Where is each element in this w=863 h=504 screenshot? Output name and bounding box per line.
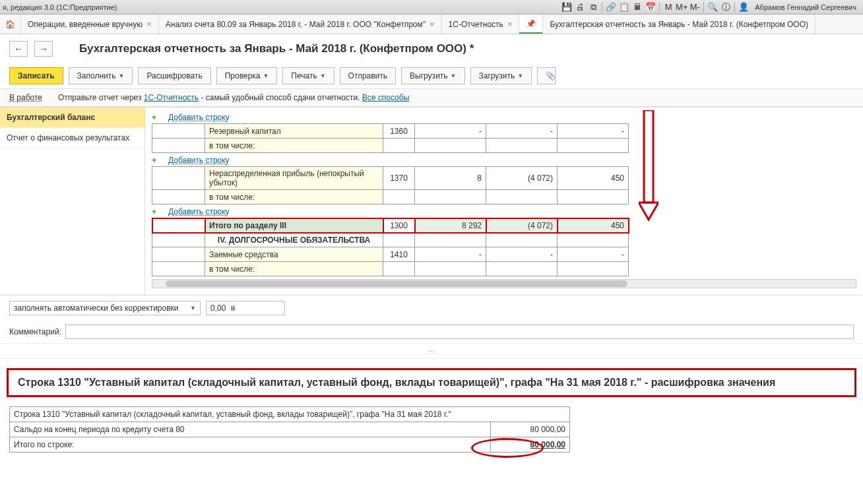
link-icon[interactable]: 🔗	[605, 1, 617, 13]
titlebar: я, редакция 3.0 (1С:Предприятие) 💾 🖨 ⧉ 🔗…	[0, 0, 863, 15]
separator: ···	[0, 343, 863, 359]
grid-profit: Нераспределенная прибыль (непокрытый убы…	[152, 166, 629, 205]
save-icon[interactable]: 💾	[561, 1, 573, 13]
add-row-link[interactable]: Добавить строку	[168, 113, 230, 122]
tab-1c-report[interactable]: 1С-Отчетность×	[442, 15, 520, 34]
tab-pin[interactable]: 📌	[519, 15, 543, 34]
close-icon[interactable]: ×	[146, 19, 152, 29]
m-button[interactable]: M	[662, 1, 674, 13]
grid-reserve: Резервный капитал1360--- в том числе:	[152, 123, 629, 153]
table-row-highlighted: Итого по разделу III13008 292(4 072)450	[152, 218, 629, 233]
sidebar-item-balance[interactable]: Бухгалтерский баланс	[0, 108, 144, 128]
m-plus-button[interactable]: M+	[676, 1, 687, 13]
table-row: Итого по строке:80 000,00	[10, 437, 570, 453]
clipboard-icon[interactable]: 📋	[618, 1, 630, 13]
calendar-icon[interactable]: 📅	[645, 1, 656, 13]
plus-icon: +	[152, 207, 156, 216]
tab-operations[interactable]: Операции, введенные вручную×	[21, 15, 159, 34]
comment-label: Комментарий:	[9, 327, 61, 336]
footer-controls: заполнять автоматически без корректировк…	[0, 295, 863, 321]
info-bar: В работе Отправьте отчет через 1С-Отчетн…	[0, 88, 863, 107]
close-icon[interactable]: ×	[430, 19, 435, 29]
add-row-link[interactable]: Добавить строку	[168, 156, 230, 165]
m-minus-button[interactable]: M-	[689, 1, 701, 13]
table-row: Нераспределенная прибыль (непокрытый убы…	[152, 167, 629, 190]
close-icon[interactable]: ×	[507, 19, 513, 29]
calc-icon[interactable]: 🖩	[631, 1, 643, 13]
grid-total: Итого по разделу III13008 292(4 072)450 …	[152, 218, 629, 276]
table-row: Строка 1310 "Уставный капитал (складочны…	[10, 407, 570, 422]
user-name[interactable]: Абрамов Геннадий Сергеевич	[751, 3, 860, 11]
toolbar: Записать Заполнить▼ Расшифровать Проверк…	[0, 63, 863, 88]
all-methods-link[interactable]: Все способы	[362, 93, 410, 102]
nav-bar: ← → Бухгалтерская отчетность за Январь -…	[0, 34, 863, 63]
plus-icon: +	[152, 113, 156, 122]
upload-button[interactable]: Выгрузить▼	[401, 67, 464, 84]
table-row: IV. ДОЛГОСРОЧНЫЕ ОБЯЗАТЕЛЬСТВА	[152, 233, 629, 247]
sidebar: Бухгалтерский баланс Отчет о финансовых …	[0, 108, 145, 295]
page-title: Бухгалтерская отчетность за Январь - Май…	[79, 42, 474, 55]
comment-input[interactable]	[65, 325, 854, 339]
attach-button[interactable]: 📎	[537, 67, 556, 84]
tab-analysis[interactable]: Анализ счета 80.09 за Январь 2018 г. - М…	[159, 15, 442, 34]
check-button[interactable]: Проверка▼	[216, 67, 278, 84]
1c-report-link[interactable]: 1С-Отчетность	[144, 93, 199, 102]
user-icon: 👤	[738, 1, 750, 13]
tab-bar: 🏠 Операции, введенные вручную× Анализ сч…	[0, 15, 863, 34]
decode-title: Строка 1310 "Уставный капитал (складочны…	[7, 368, 856, 397]
print-icon[interactable]: 🖨	[574, 1, 586, 13]
table-row: в том числе:	[152, 262, 629, 276]
table-row: в том числе:	[152, 139, 629, 153]
home-tab[interactable]: 🏠	[0, 15, 21, 34]
zoom-in-icon[interactable]: 🔍	[707, 1, 719, 13]
load-button[interactable]: Загрузить▼	[470, 67, 532, 84]
decode-table: Строка 1310 "Уставный капитал (складочны…	[9, 406, 570, 453]
sidebar-item-finresults[interactable]: Отчет о финансовых результатах	[0, 128, 144, 148]
decode-button[interactable]: Расшифровать	[138, 67, 210, 84]
add-row-link[interactable]: Добавить строку	[168, 207, 230, 216]
value-input[interactable]: 0,00🖩	[206, 301, 285, 315]
table-row: Заемные средства1410---	[152, 247, 629, 262]
auto-fill-select[interactable]: заполнять автоматически без корректировк…	[9, 301, 201, 315]
print-button[interactable]: Печать▼	[282, 67, 334, 84]
save-button[interactable]: Записать	[9, 67, 63, 84]
info-text: Отправьте отчет через 1С-Отчетность - са…	[58, 93, 409, 102]
fill-button[interactable]: Заполнить▼	[69, 67, 133, 84]
comment-row: Комментарий:	[0, 321, 863, 343]
plus-icon: +	[152, 156, 156, 165]
h-scrollbar[interactable]	[152, 279, 856, 288]
forward-button[interactable]: →	[34, 41, 53, 57]
sheet-area: +Добавить строку Резервный капитал1360--…	[145, 108, 863, 295]
table-row: Резервный капитал1360---	[152, 124, 629, 139]
info-icon[interactable]: ⓘ	[720, 1, 732, 13]
calc-small-icon[interactable]: 🖩	[230, 304, 237, 312]
tab-balance-report[interactable]: Бухгалтерская отчетность за Январь - Май…	[543, 15, 815, 34]
back-button[interactable]: ←	[9, 41, 28, 57]
send-button[interactable]: Отправить	[340, 67, 397, 84]
app-title: я, редакция 3.0 (1С:Предприятие)	[3, 3, 117, 11]
status-link[interactable]: В работе	[9, 93, 42, 102]
compare-icon[interactable]: ⧉	[587, 1, 599, 13]
table-row: в том числе:	[152, 190, 629, 205]
table-row: Сальдо на конец периода по кредиту счета…	[10, 422, 570, 437]
